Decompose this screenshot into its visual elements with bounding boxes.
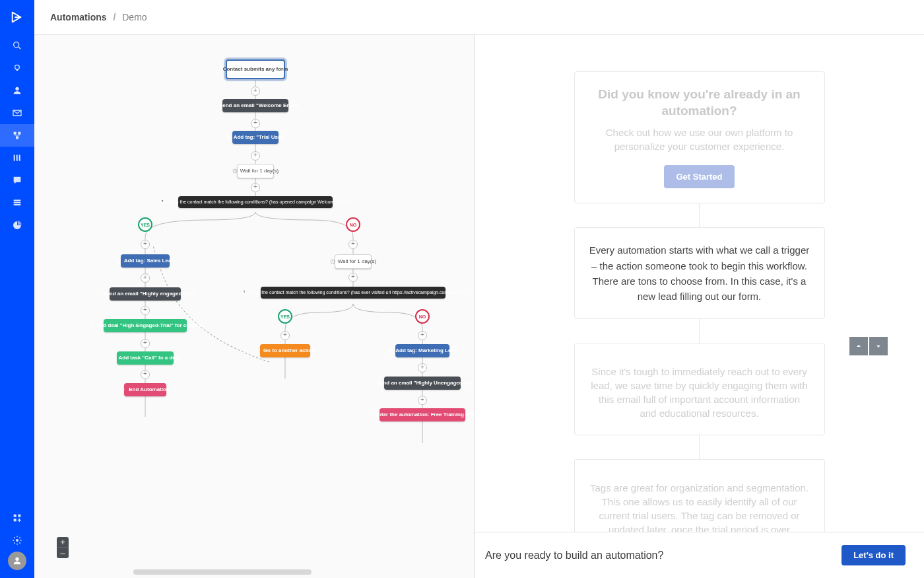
tour-prev-button[interactable]	[849, 337, 868, 355]
tour-scroll[interactable]: Did you know you're already in an automa…	[475, 35, 924, 532]
add-step-plus[interactable]	[251, 87, 260, 96]
add-deal-node[interactable]: $Add deal "High-Engaged-Trial" for conta…	[104, 319, 187, 332]
add-step-plus[interactable]	[251, 151, 260, 161]
svg-point-4	[15, 87, 18, 90]
email-engaged-node[interactable]: Send an email "Highly engaged trial"	[110, 287, 181, 301]
goto-label: Go to another action	[263, 347, 315, 354]
add-tag-sales-node[interactable]: Add tag: Sales Lead	[121, 254, 170, 268]
add-task-node[interactable]: Add task "Call" to a deal	[117, 351, 174, 365]
trigger-card-body: Every automation starts with what we cal…	[589, 242, 810, 304]
condition-node[interactable]: ?Does the contact match the following co…	[178, 196, 333, 208]
zoom-control: + –	[57, 537, 69, 558]
tag-marketing-node[interactable]: Add tag: Marketing Lead	[395, 344, 449, 357]
end-automation-node[interactable]: End Automation	[124, 383, 166, 396]
envelope-icon	[211, 103, 216, 108]
send-email-node[interactable]: Send an email "Welcome Email"	[222, 99, 288, 112]
wait-node[interactable]: Wait for 1 day(s)	[237, 164, 274, 178]
get-started-button[interactable]: Get Started	[664, 165, 734, 188]
wait2-label: Wait for 1 day(s)	[338, 258, 376, 265]
email-engaged-label: Send an email "Highly engaged trial"	[103, 291, 195, 297]
add-step-plus[interactable]	[141, 339, 150, 348]
lists-icon[interactable]	[0, 192, 34, 214]
deals-icon[interactable]	[0, 147, 34, 169]
condition-label: Does the contact match the following con…	[168, 199, 351, 205]
sidebar	[0, 0, 34, 578]
card-connector	[699, 435, 700, 459]
enter-automation-node[interactable]: Enter the automation: Free Training Offe…	[380, 408, 465, 421]
svg-rect-13	[14, 204, 21, 205]
tour-next-button[interactable]	[869, 337, 888, 355]
breadcrumb: Automations / Demo	[50, 12, 147, 22]
avatar[interactable]	[8, 552, 26, 570]
svg-point-18	[15, 558, 18, 561]
svg-rect-11	[14, 199, 21, 201]
intro-title: Did you know you're already in an automa…	[589, 87, 810, 119]
add-step-plus[interactable]	[348, 273, 358, 282]
contacts-icon[interactable]	[0, 79, 34, 102]
add-step-plus[interactable]	[141, 240, 150, 249]
svg-rect-3	[16, 69, 18, 71]
footer-question: Are you ready to build an automation?	[485, 550, 663, 561]
add-step-plus[interactable]	[141, 306, 150, 315]
clock-icon	[330, 259, 335, 264]
email-card-body: Since it's tough to immediately reach ou…	[589, 365, 810, 420]
add-step-plus[interactable]	[251, 183, 260, 192]
add-step-plus[interactable]	[141, 273, 150, 283]
add-step-plus[interactable]	[251, 119, 260, 128]
no-branch[interactable]: NO	[346, 217, 360, 232]
trigger-node[interactable]: Contact submits any form	[226, 59, 285, 79]
task-icon	[111, 355, 116, 361]
svg-text:?: ?	[162, 201, 164, 204]
no-label: NO	[350, 223, 357, 227]
add-step-plus[interactable]	[418, 363, 427, 373]
apps-icon[interactable]	[0, 507, 34, 529]
no-label: NO	[419, 314, 426, 319]
add-step-plus[interactable]	[418, 396, 427, 405]
campaigns-icon[interactable]	[0, 102, 34, 124]
lets-do-it-button[interactable]: Let's do it	[842, 545, 906, 565]
enter-icon	[367, 412, 372, 417]
automation-canvas[interactable]: Contact submits any form Send an email "…	[34, 35, 475, 578]
conversations-icon[interactable]	[0, 169, 34, 192]
logo[interactable]	[0, 0, 34, 34]
tour-card-email: Since it's tough to immediately reach ou…	[574, 343, 825, 435]
person-icon	[387, 348, 393, 353]
svg-point-49	[256, 348, 257, 349]
breadcrumb-separator: /	[113, 12, 116, 22]
card-connector	[699, 319, 700, 343]
horizontal-scrollbar[interactable]	[133, 569, 312, 575]
yes-branch[interactable]: YES	[138, 217, 152, 232]
svg-rect-9	[16, 155, 18, 161]
svg-point-2	[15, 65, 20, 69]
add-step-plus[interactable]	[141, 370, 150, 379]
wait-node-2[interactable]: Wait for 1 day(s)	[335, 254, 372, 269]
add-tag-trial-node[interactable]: Add tag: "Trial User"	[232, 131, 279, 144]
tour-nav	[849, 337, 888, 355]
svg-point-51	[257, 352, 258, 353]
svg-rect-12	[14, 202, 21, 203]
add-step-plus[interactable]	[418, 331, 427, 340]
svg-text:$: $	[90, 324, 92, 327]
breadcrumb-root[interactable]: Automations	[50, 12, 107, 22]
automations-icon[interactable]	[0, 124, 34, 147]
lightbulb-icon[interactable]	[0, 57, 34, 79]
svg-rect-45	[112, 356, 115, 359]
svg-point-0	[14, 42, 19, 48]
tag-sales-label: Add tag: Sales Lead	[124, 258, 174, 264]
yes-branch-2[interactable]: YES	[278, 309, 292, 324]
zoom-in-button[interactable]: +	[57, 537, 69, 548]
no-branch-2[interactable]: NO	[415, 309, 430, 324]
email-unengaged-node[interactable]: Send an email "Highly Unengaged trial"	[384, 377, 461, 390]
add-step-plus[interactable]	[280, 331, 290, 340]
goto-node[interactable]: Go to another action	[260, 344, 310, 357]
condition-node-2[interactable]: ?Does the contact match the following co…	[261, 287, 446, 299]
tag-marketing-label: Add tag: Marketing Lead	[395, 347, 457, 354]
cond2-label: Does the contact match the following con…	[249, 290, 465, 295]
zoom-out-button[interactable]: –	[57, 548, 69, 558]
tour-card-tags: Tags are great for organization and segm…	[574, 459, 825, 532]
settings-icon[interactable]	[0, 529, 34, 552]
reports-icon[interactable]	[0, 214, 34, 236]
add-step-plus[interactable]	[348, 240, 358, 249]
svg-rect-8	[14, 155, 15, 161]
search-icon[interactable]	[0, 34, 34, 57]
